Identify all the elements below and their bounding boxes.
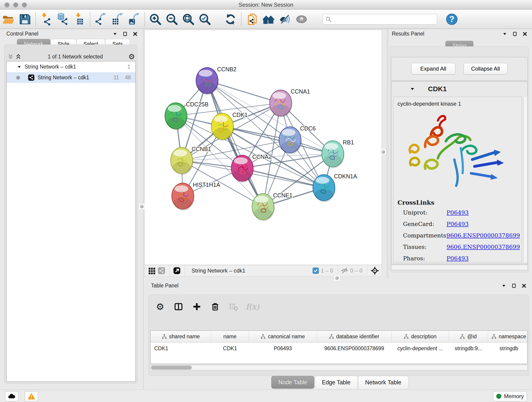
cell-database-identifier[interactable]: 9606.ENSP00000378699	[317, 345, 392, 351]
open-in-browser-icon[interactable]	[172, 266, 182, 275]
control-panel: Control Panel NetworkStyleSelectSets 1 o…	[0, 29, 143, 390]
collection-expander-icon[interactable]	[17, 64, 22, 70]
cell-namespace[interactable]: stringdb	[488, 345, 530, 351]
collapse-all-button[interactable]: Collapse All	[463, 63, 507, 75]
collapse-entry-icon[interactable]	[410, 86, 415, 92]
table-options-gear-icon[interactable]: ⚙	[154, 301, 166, 313]
delete-column-icon[interactable]	[209, 301, 221, 313]
window-zoom-button[interactable]	[22, 2, 27, 7]
crosslink-link[interactable]: 9606.ENSP00000378699	[447, 244, 520, 250]
cell-description[interactable]: cyclin-dependent ...	[392, 345, 449, 351]
apply-preferred-layout-icon[interactable]	[222, 12, 239, 27]
network-row-selected[interactable]: String Network – cdk1 11 48	[7, 72, 135, 83]
network-node-cdkn1a[interactable]: CDKN1A	[313, 173, 357, 202]
crosslink-link[interactable]: P06493	[447, 209, 469, 216]
first-neighbors-icon[interactable]	[260, 12, 277, 27]
float-panel-icon[interactable]	[502, 32, 507, 36]
table-row[interactable]: CDK1CDK1P064939606.ENSP00000378699cyclin…	[151, 343, 527, 354]
close-panel-icon[interactable]	[522, 32, 527, 36]
right-splitter-handle[interactable]	[380, 149, 386, 155]
cell--id[interactable]: stringdb:9...	[449, 345, 488, 351]
cloud-icon[interactable]	[5, 391, 18, 401]
expand-all-networks-icon[interactable]	[14, 54, 22, 60]
zoom-selected-icon[interactable]	[196, 12, 213, 27]
column-header-name[interactable]: name	[211, 331, 249, 342]
search-input[interactable]	[333, 16, 434, 22]
maximize-panel-icon[interactable]	[511, 283, 516, 288]
tab-network-table[interactable]: Network Table	[358, 376, 409, 389]
import-network-from-file-icon[interactable]	[38, 12, 55, 27]
network-options-gear-icon[interactable]: ⚙	[128, 53, 135, 60]
hide-selected-icon[interactable]	[277, 12, 293, 27]
show-columns-icon[interactable]	[172, 301, 184, 313]
network-node-ccna2[interactable]: CCNA2	[231, 153, 272, 183]
network-node-cdc6[interactable]: CDC6	[279, 125, 316, 154]
float-panel-icon[interactable]	[113, 32, 118, 36]
tab-node-table[interactable]: Node Table	[271, 376, 314, 389]
network-node-cdk1[interactable]: CDK1	[211, 112, 247, 141]
expand-all-button[interactable]: Expand All	[411, 63, 455, 75]
cell-shared-name[interactable]: CDK1	[151, 345, 211, 351]
left-splitter-handle[interactable]	[139, 204, 145, 210]
node-details-header[interactable]: CDK1	[391, 82, 527, 96]
open-session-icon[interactable]	[0, 12, 17, 27]
table-horizontal-scrollbar[interactable]	[150, 365, 527, 370]
add-column-icon[interactable]	[191, 301, 203, 313]
zoom-in-icon[interactable]	[147, 12, 164, 27]
float-panel-icon[interactable]	[501, 283, 506, 288]
network-node-ccne1[interactable]: CCNE1	[252, 192, 292, 221]
export-table-icon[interactable]	[109, 12, 126, 27]
network-canvas-svg[interactable]: CCNB2CCNA1CDC25BCDK1CDC6RB1CCNB1CCNA2CDK…	[145, 30, 382, 265]
window-close-button[interactable]	[5, 2, 9, 7]
window-minimize-button[interactable]	[13, 2, 18, 7]
column-header--id[interactable]: @id	[449, 331, 488, 342]
crosslinks-list: Uniprot:P06493GeneCard:P06493Compartment…	[398, 209, 520, 262]
maximize-panel-icon[interactable]	[512, 32, 517, 36]
column-header-description[interactable]: description	[392, 331, 449, 342]
cell-canonical-name[interactable]: P06493	[249, 345, 317, 351]
network-share-icon[interactable]	[157, 266, 166, 275]
collapse-all-networks-icon[interactable]	[7, 54, 14, 60]
maximize-panel-icon[interactable]	[123, 32, 128, 36]
column-header-database-identifier[interactable]: database identifier	[317, 331, 392, 342]
network-node-ccnb1[interactable]: CCNB1	[171, 146, 211, 175]
tab-edge-table[interactable]: Edge Table	[315, 376, 358, 389]
birds-eye-view-icon[interactable]	[147, 266, 157, 275]
node-label-ccna2: CCNA2	[252, 153, 272, 160]
results-vertical-scrollbar[interactable]	[524, 97, 527, 262]
export-network-icon[interactable]	[93, 12, 109, 27]
bottom-splitter-handle[interactable]	[334, 275, 340, 281]
network-node-hist1h1a[interactable]: HIST1H1A	[172, 182, 220, 211]
import-network-from-database-icon[interactable]	[55, 12, 71, 27]
close-panel-icon[interactable]	[521, 283, 526, 288]
zoom-out-icon[interactable]	[164, 12, 180, 27]
export-image-icon[interactable]	[126, 12, 142, 27]
warning-icon[interactable]	[25, 391, 38, 401]
column-header-namespace[interactable]: namespace	[488, 331, 530, 342]
crosslink-link[interactable]: 9606.ENSP00000378699	[447, 232, 520, 239]
network-node-rb1[interactable]: RB1	[322, 139, 354, 168]
column-header-shared-name[interactable]: shared name	[151, 331, 211, 342]
crosslink-link[interactable]: P06493	[447, 255, 469, 262]
network-node-ccnb2[interactable]: CCNB2	[196, 66, 236, 95]
column-header-canonical-name[interactable]: canonical name	[249, 331, 317, 342]
zoom-fit-icon[interactable]	[180, 12, 196, 27]
network-edge[interactable]	[242, 168, 324, 188]
results-horizontal-scrollbar[interactable]	[391, 265, 528, 270]
network-node-ccna1[interactable]: CCNA1	[270, 88, 310, 117]
help-icon[interactable]	[443, 12, 460, 27]
selected-items-checkbox-icon[interactable]	[312, 268, 319, 274]
network-collection-row[interactable]: String Network – cdk1 1	[7, 61, 135, 72]
import-table-from-file-icon[interactable]	[71, 12, 88, 27]
cell-name[interactable]: CDK1	[211, 345, 249, 351]
memory-button[interactable]: Memory	[493, 391, 527, 401]
close-panel-icon[interactable]	[133, 32, 138, 36]
new-network-from-selection-icon[interactable]	[244, 12, 260, 27]
toolbar-search-field[interactable]	[323, 14, 437, 25]
crosslink-link[interactable]: P06493	[447, 221, 469, 227]
center-view-crosshair-icon[interactable]	[370, 266, 380, 275]
scrollbar-thumb[interactable]	[151, 366, 192, 370]
save-session-icon[interactable]	[17, 12, 33, 27]
show-all-icon[interactable]	[293, 12, 310, 27]
network-node-cdc25b[interactable]: CDC25B	[165, 101, 209, 130]
